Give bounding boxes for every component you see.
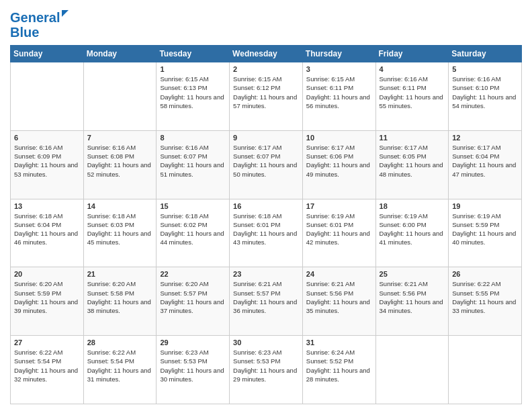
- day-number: 20: [14, 270, 80, 278]
- day-info: Sunrise: 6:22 AM Sunset: 5:54 PM Dayligh…: [14, 348, 80, 383]
- day-number: 31: [306, 338, 372, 347]
- day-number: 26: [452, 270, 518, 278]
- calendar-table: SundayMondayTuesdayWednesdayThursdayFrid…: [10, 45, 522, 404]
- calendar-cell: 6Sunrise: 6:16 AM Sunset: 6:09 PM Daylig…: [11, 130, 84, 199]
- calendar-cell: 21Sunrise: 6:20 AM Sunset: 5:58 PM Dayli…: [83, 267, 157, 336]
- calendar-cell: 27Sunrise: 6:22 AM Sunset: 5:54 PM Dayli…: [11, 336, 84, 404]
- day-number: 9: [233, 134, 299, 142]
- day-number: 16: [233, 202, 299, 210]
- calendar-cell: 18Sunrise: 6:19 AM Sunset: 6:00 PM Dayli…: [375, 199, 449, 267]
- calendar-cell: 13Sunrise: 6:18 AM Sunset: 6:04 PM Dayli…: [11, 199, 84, 267]
- weekday-header-wednesday: Wednesday: [230, 46, 303, 62]
- day-number: 4: [380, 65, 445, 73]
- day-number: 29: [160, 338, 226, 347]
- day-number: 25: [380, 270, 445, 278]
- day-info: Sunrise: 6:16 AM Sunset: 6:07 PM Dayligh…: [160, 143, 226, 179]
- day-info: Sunrise: 6:24 AM Sunset: 5:52 PM Dayligh…: [306, 348, 372, 383]
- calendar-cell: 16Sunrise: 6:18 AM Sunset: 6:01 PM Dayli…: [230, 199, 303, 267]
- day-number: 6: [14, 134, 80, 142]
- calendar-cell: 28Sunrise: 6:22 AM Sunset: 5:54 PM Dayli…: [83, 336, 157, 404]
- day-info: Sunrise: 6:22 AM Sunset: 5:54 PM Dayligh…: [87, 348, 153, 383]
- calendar-cell: 30Sunrise: 6:23 AM Sunset: 5:53 PM Dayli…: [230, 336, 303, 404]
- page-header: General Blue: [10, 7, 522, 40]
- calendar-cell: 14Sunrise: 6:18 AM Sunset: 6:03 PM Dayli…: [83, 199, 157, 267]
- weekday-header-monday: Monday: [83, 46, 157, 62]
- day-number: 18: [380, 202, 445, 210]
- calendar-cell: [449, 336, 522, 404]
- day-number: 8: [160, 134, 226, 142]
- day-number: 3: [306, 65, 372, 73]
- logo-wordmark: General Blue: [10, 10, 69, 40]
- day-info: Sunrise: 6:19 AM Sunset: 6:01 PM Dayligh…: [306, 212, 372, 247]
- calendar-week-1: 1Sunrise: 6:15 AM Sunset: 6:13 PM Daylig…: [11, 62, 522, 131]
- weekday-header-friday: Friday: [375, 46, 449, 62]
- day-info: Sunrise: 6:17 AM Sunset: 6:07 PM Dayligh…: [233, 143, 299, 179]
- day-info: Sunrise: 6:16 AM Sunset: 6:10 PM Dayligh…: [452, 75, 518, 110]
- day-info: Sunrise: 6:15 AM Sunset: 6:13 PM Dayligh…: [160, 75, 226, 110]
- logo: General Blue: [10, 10, 69, 40]
- day-info: Sunrise: 6:16 AM Sunset: 6:09 PM Dayligh…: [14, 143, 80, 179]
- day-info: Sunrise: 6:21 AM Sunset: 5:56 PM Dayligh…: [380, 279, 445, 315]
- day-number: 1: [160, 65, 226, 73]
- day-number: 5: [452, 65, 518, 73]
- calendar-cell: 12Sunrise: 6:17 AM Sunset: 6:04 PM Dayli…: [449, 130, 522, 199]
- calendar-cell: 2Sunrise: 6:15 AM Sunset: 6:12 PM Daylig…: [230, 62, 303, 131]
- logo-line2: Blue: [10, 25, 69, 40]
- calendar-cell: 24Sunrise: 6:21 AM Sunset: 5:56 PM Dayli…: [302, 267, 375, 336]
- day-info: Sunrise: 6:23 AM Sunset: 5:53 PM Dayligh…: [160, 348, 226, 383]
- calendar-cell: 25Sunrise: 6:21 AM Sunset: 5:56 PM Dayli…: [375, 267, 449, 336]
- day-number: 11: [380, 134, 445, 142]
- day-info: Sunrise: 6:17 AM Sunset: 6:06 PM Dayligh…: [306, 143, 372, 179]
- calendar-cell: 11Sunrise: 6:17 AM Sunset: 6:05 PM Dayli…: [375, 130, 449, 199]
- calendar-cell: [375, 336, 449, 404]
- day-info: Sunrise: 6:16 AM Sunset: 6:11 PM Dayligh…: [380, 75, 445, 110]
- day-number: 23: [233, 270, 299, 278]
- day-info: Sunrise: 6:18 AM Sunset: 6:02 PM Dayligh…: [160, 212, 226, 247]
- calendar-cell: [83, 62, 157, 131]
- day-info: Sunrise: 6:19 AM Sunset: 6:00 PM Dayligh…: [380, 212, 445, 247]
- calendar-week-4: 20Sunrise: 6:20 AM Sunset: 5:59 PM Dayli…: [11, 267, 522, 336]
- day-number: 12: [452, 134, 518, 142]
- logo-line1: General: [10, 10, 69, 25]
- day-number: 13: [14, 202, 80, 210]
- day-info: Sunrise: 6:19 AM Sunset: 5:59 PM Dayligh…: [452, 212, 518, 247]
- day-number: 21: [87, 270, 153, 278]
- day-info: Sunrise: 6:21 AM Sunset: 5:57 PM Dayligh…: [233, 279, 299, 315]
- day-info: Sunrise: 6:20 AM Sunset: 5:58 PM Dayligh…: [87, 279, 153, 315]
- calendar-cell: 20Sunrise: 6:20 AM Sunset: 5:59 PM Dayli…: [11, 267, 84, 336]
- calendar-cell: 26Sunrise: 6:22 AM Sunset: 5:55 PM Dayli…: [449, 267, 522, 336]
- calendar-cell: [11, 62, 84, 131]
- day-info: Sunrise: 6:21 AM Sunset: 5:56 PM Dayligh…: [306, 279, 372, 315]
- day-info: Sunrise: 6:18 AM Sunset: 6:04 PM Dayligh…: [14, 212, 80, 247]
- calendar-cell: 9Sunrise: 6:17 AM Sunset: 6:07 PM Daylig…: [230, 130, 303, 199]
- calendar-cell: 23Sunrise: 6:21 AM Sunset: 5:57 PM Dayli…: [230, 267, 303, 336]
- calendar-cell: 3Sunrise: 6:15 AM Sunset: 6:11 PM Daylig…: [302, 62, 375, 131]
- day-info: Sunrise: 6:15 AM Sunset: 6:11 PM Dayligh…: [306, 75, 372, 110]
- calendar-cell: 29Sunrise: 6:23 AM Sunset: 5:53 PM Dayli…: [157, 336, 230, 404]
- calendar-cell: 31Sunrise: 6:24 AM Sunset: 5:52 PM Dayli…: [302, 336, 375, 404]
- day-info: Sunrise: 6:22 AM Sunset: 5:55 PM Dayligh…: [452, 279, 518, 315]
- calendar-week-2: 6Sunrise: 6:16 AM Sunset: 6:09 PM Daylig…: [11, 130, 522, 199]
- calendar-cell: 10Sunrise: 6:17 AM Sunset: 6:06 PM Dayli…: [302, 130, 375, 199]
- weekday-header-thursday: Thursday: [302, 46, 375, 62]
- calendar-cell: 7Sunrise: 6:16 AM Sunset: 6:08 PM Daylig…: [83, 130, 157, 199]
- weekday-header-sunday: Sunday: [11, 46, 84, 62]
- calendar-cell: 8Sunrise: 6:16 AM Sunset: 6:07 PM Daylig…: [157, 130, 230, 199]
- weekday-header-tuesday: Tuesday: [157, 46, 230, 62]
- day-number: 30: [233, 338, 299, 347]
- day-number: 17: [306, 202, 372, 210]
- day-number: 10: [306, 134, 372, 142]
- day-number: 27: [14, 338, 80, 347]
- calendar-cell: 17Sunrise: 6:19 AM Sunset: 6:01 PM Dayli…: [302, 199, 375, 267]
- day-info: Sunrise: 6:20 AM Sunset: 5:57 PM Dayligh…: [160, 279, 226, 315]
- calendar-cell: 22Sunrise: 6:20 AM Sunset: 5:57 PM Dayli…: [157, 267, 230, 336]
- day-info: Sunrise: 6:23 AM Sunset: 5:53 PM Dayligh…: [233, 348, 299, 383]
- calendar-week-3: 13Sunrise: 6:18 AM Sunset: 6:04 PM Dayli…: [11, 199, 522, 267]
- day-number: 28: [87, 338, 153, 347]
- day-number: 2: [233, 65, 299, 73]
- day-info: Sunrise: 6:17 AM Sunset: 6:04 PM Dayligh…: [452, 143, 518, 179]
- calendar-cell: 1Sunrise: 6:15 AM Sunset: 6:13 PM Daylig…: [157, 62, 230, 131]
- calendar-cell: 19Sunrise: 6:19 AM Sunset: 5:59 PM Dayli…: [449, 199, 522, 267]
- day-info: Sunrise: 6:16 AM Sunset: 6:08 PM Dayligh…: [87, 143, 153, 179]
- day-number: 14: [87, 202, 153, 210]
